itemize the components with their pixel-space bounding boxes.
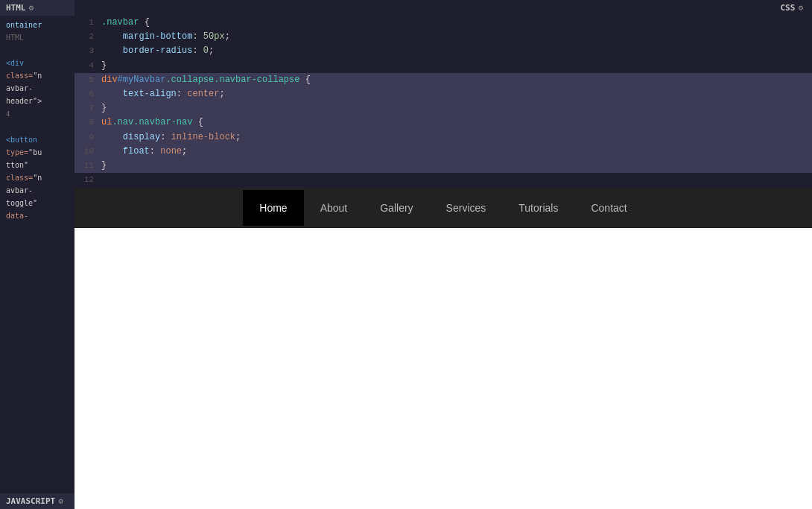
code-line-10: 10 float: none; bbox=[74, 145, 812, 159]
css-tab[interactable]: CSS ⚙ bbox=[781, 3, 804, 13]
html-code-area: ontainer HTML <div class="n avbar- heade… bbox=[0, 16, 74, 509]
css-editor: CSS ⚙ 1 .navbar { 2 margin-bottom: 50px;… bbox=[74, 0, 812, 187]
html-line: ontainer bbox=[0, 19, 74, 31]
html-line: <div bbox=[0, 57, 74, 69]
line-content: border-radius: 0; bbox=[101, 44, 812, 58]
nav-item-label: Home bbox=[259, 202, 287, 214]
line-number: 11 bbox=[74, 159, 101, 173]
code-line-9: 9 display: inline-block; bbox=[74, 130, 812, 145]
javascript-tab-label: JAVASCRIPT bbox=[6, 496, 55, 506]
code-line-3: 3 border-radius: 0; bbox=[74, 44, 812, 58]
nav-item-label: Contact bbox=[591, 202, 627, 214]
html-line: avbar- bbox=[0, 82, 74, 95]
line-content: .navbar { bbox=[101, 16, 812, 30]
html-line bbox=[0, 44, 74, 57]
main-area: CSS ⚙ 1 .navbar { 2 margin-bottom: 50px;… bbox=[74, 0, 812, 509]
html-line: class="n bbox=[0, 171, 74, 184]
html-line: tton" bbox=[0, 159, 74, 171]
html-tab-label: HTML bbox=[6, 3, 26, 13]
nav-item-gallery[interactable]: Gallery bbox=[364, 190, 429, 226]
code-line-2: 2 margin-bottom: 50px; bbox=[74, 30, 812, 44]
nav-item-label: Services bbox=[446, 202, 486, 214]
line-content: float: none; bbox=[101, 145, 812, 159]
nav-item-label: Tutorials bbox=[518, 202, 558, 214]
html-line: 4 bbox=[0, 109, 74, 121]
html-line: header"> bbox=[0, 95, 74, 107]
html-tab[interactable]: HTML ⚙ bbox=[0, 0, 74, 16]
code-line-4: 4 } bbox=[74, 59, 812, 73]
nav-item-tutorials[interactable]: Tutorials bbox=[502, 190, 574, 226]
html-line: toggle" bbox=[0, 197, 74, 209]
nav-item-about[interactable]: About bbox=[304, 190, 364, 226]
line-number: 6 bbox=[74, 87, 101, 101]
html-line: data- bbox=[0, 209, 74, 222]
html-line: avbar- bbox=[0, 184, 74, 197]
css-gear-icon[interactable]: ⚙ bbox=[798, 3, 803, 13]
line-content: text-align: center; bbox=[101, 87, 812, 101]
code-line-6: 6 text-align: center; bbox=[74, 87, 812, 101]
css-tab-bar: CSS ⚙ bbox=[74, 0, 812, 16]
line-content bbox=[101, 173, 812, 187]
line-content: div#myNavbar.collapse.navbar-collapse { bbox=[101, 73, 812, 87]
code-line-11: 11 } bbox=[74, 159, 812, 173]
line-number: 1 bbox=[74, 16, 101, 30]
html-line: <button bbox=[0, 133, 74, 146]
left-panel: HTML ⚙ ontainer HTML <div class="n avbar… bbox=[0, 0, 74, 509]
line-content: margin-bottom: 50px; bbox=[101, 30, 812, 44]
html-line bbox=[0, 121, 74, 133]
line-number: 3 bbox=[74, 44, 101, 58]
html-gear-icon[interactable]: ⚙ bbox=[29, 3, 34, 13]
html-line: type="bu bbox=[0, 146, 74, 159]
empty-preview bbox=[74, 228, 812, 465]
nav-item-contact[interactable]: Contact bbox=[574, 190, 643, 226]
line-number: 7 bbox=[74, 101, 101, 116]
nav-item-label: About bbox=[320, 202, 348, 214]
html-line: class="n bbox=[0, 69, 74, 82]
line-number: 4 bbox=[74, 59, 101, 73]
line-number: 5 bbox=[74, 73, 101, 87]
line-content: } bbox=[101, 159, 812, 173]
nav-items: Home About Gallery Services Tutorials Co… bbox=[243, 190, 643, 226]
line-number: 9 bbox=[74, 130, 101, 145]
code-line-5: 5 div#myNavbar.collapse.navbar-collapse … bbox=[74, 73, 812, 87]
line-content: ul.nav.navbar-nav { bbox=[101, 116, 812, 130]
line-number: 12 bbox=[74, 173, 101, 187]
preview-area: Home About Gallery Services Tutorials Co… bbox=[74, 187, 812, 509]
line-content: } bbox=[101, 101, 812, 116]
css-code-area: 1 .navbar { 2 margin-bottom: 50px; 3 bor… bbox=[74, 16, 812, 187]
code-line-12: 12 bbox=[74, 173, 812, 187]
nav-item-services[interactable]: Services bbox=[430, 190, 503, 226]
html-line: HTML bbox=[0, 31, 74, 44]
line-number: 8 bbox=[74, 116, 101, 130]
code-line-1: 1 .navbar { bbox=[74, 16, 812, 30]
line-content: } bbox=[101, 59, 812, 73]
code-line-8: 8 ul.nav.navbar-nav { bbox=[74, 116, 812, 130]
nav-item-label: Gallery bbox=[380, 202, 413, 214]
nav-item-home[interactable]: Home bbox=[243, 190, 303, 226]
code-line-7: 7 } bbox=[74, 101, 812, 116]
css-tab-label: CSS bbox=[781, 3, 796, 13]
line-number: 10 bbox=[74, 145, 101, 159]
js-gear-icon[interactable]: ⚙ bbox=[58, 496, 63, 506]
navbar-preview: Home About Gallery Services Tutorials Co… bbox=[74, 187, 812, 228]
line-content: display: inline-block; bbox=[101, 130, 812, 145]
javascript-tab[interactable]: JAVASCRIPT ⚙ bbox=[0, 493, 74, 509]
line-number: 2 bbox=[74, 30, 101, 44]
